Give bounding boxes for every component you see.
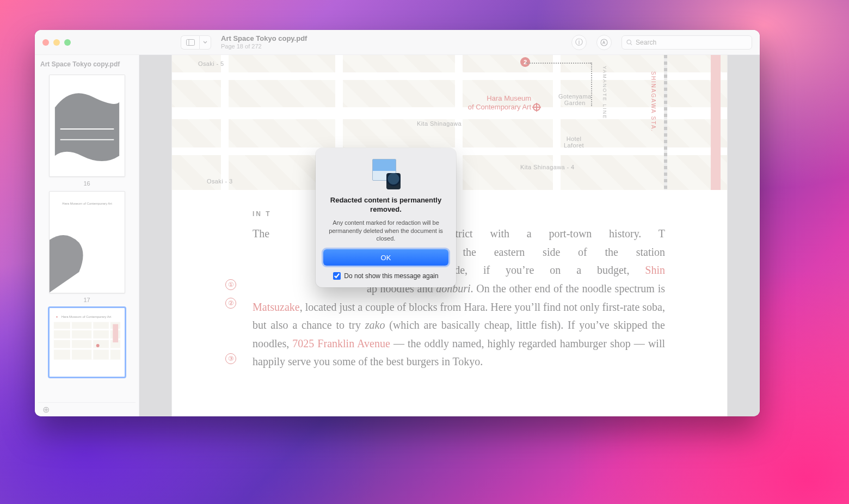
thumbnail-page-number: 17: [44, 297, 130, 303]
section-kicker: IN T: [253, 208, 665, 219]
ref-marker-2: ②: [225, 298, 236, 309]
thumbnail-page-17[interactable]: Hara Museum of Contemporary Art 17: [38, 188, 136, 304]
ref-marker-1: ①: [225, 279, 236, 290]
search-input[interactable]: [636, 39, 747, 46]
sidebar-toggle-menu[interactable]: [199, 35, 211, 50]
svg-point-13: [96, 344, 99, 347]
markup-icon: [600, 39, 608, 46]
map-label: Osaki - 5: [198, 60, 224, 67]
titlebar: Art Space Tokyo copy.pdf Page 18 of 272 …: [35, 30, 760, 55]
map-label: Kita Shinagawa - 4: [520, 164, 575, 170]
chevron-down-icon: [203, 41, 207, 44]
svg-rect-12: [113, 324, 118, 343]
page-indicator: Page 18 of 272: [221, 43, 307, 50]
map-label: Hotel Laforet: [564, 136, 584, 149]
add-page-button[interactable]: ⊕: [42, 404, 50, 415]
sidebar-view-toggle[interactable]: [181, 35, 211, 50]
map-marker-2: 2: [520, 57, 530, 67]
map-label: Gotenyama Garden: [558, 93, 591, 106]
markup-button[interactable]: [596, 35, 612, 50]
map-poi-hara: Hara Museum of Contemporary Art: [433, 94, 531, 111]
map-label: SHINAGAWA STA.: [650, 71, 656, 132]
link-matsuzake: Matsuzake: [253, 301, 300, 313]
svg-text:●: ●: [56, 315, 58, 318]
search-field[interactable]: [622, 35, 752, 50]
dialog-body: Any content marked for redaction will be…: [323, 219, 448, 250]
dont-show-again[interactable]: Do not show this message again: [323, 272, 448, 280]
map-label: Osaki - 3: [207, 178, 233, 185]
thumbnail-page-18[interactable]: ●Hara Museum of Contemporary Art: [38, 304, 136, 378]
window-controls: [42, 39, 71, 46]
thumbnail-page-number: 16: [44, 180, 130, 187]
minimize-window-button[interactable]: [53, 39, 60, 46]
info-icon: ⓘ: [575, 38, 583, 47]
map-label: YAMANOTE LINE: [602, 66, 607, 119]
redaction-alert-dialog: Redacted content is permanently removed.…: [316, 148, 456, 287]
svg-text:Hara Museum of Contemporary Ar: Hara Museum of Contemporary Art: [62, 202, 112, 205]
svg-line-4: [630, 43, 632, 45]
document-title-block: Art Space Tokyo copy.pdf Page 18 of 272: [221, 35, 307, 50]
thumbnail-page-16[interactable]: 16: [38, 71, 136, 188]
sidebar-toggle-button[interactable]: [181, 35, 199, 50]
preview-app-icon: [370, 158, 402, 189]
dont-show-again-label: Do not show this message again: [344, 272, 438, 280]
dialog-title: Redacted content is permanently removed.: [323, 196, 448, 214]
link-shin: Shin: [645, 264, 665, 276]
link-franklin: 7025 Franklin Avenue: [292, 337, 390, 349]
info-button[interactable]: ⓘ: [571, 35, 587, 50]
svg-text:Hara Museum of Contemporary Ar: Hara Museum of Contemporary Art: [61, 315, 111, 318]
svg-rect-0: [186, 39, 194, 45]
svg-point-3: [627, 40, 631, 44]
map-target-icon: [532, 103, 541, 112]
dont-show-again-checkbox[interactable]: [333, 272, 341, 280]
ref-marker-3: ③: [225, 353, 236, 364]
zoom-window-button[interactable]: [64, 39, 71, 46]
sidebar-title: Art Space Tokyo copy.pdf: [38, 58, 136, 71]
sidebar-footer: ⊕: [38, 402, 136, 416]
document-title: Art Space Tokyo copy.pdf: [221, 35, 307, 43]
search-icon: [626, 39, 632, 46]
thumbnail-sidebar: Art Space Tokyo copy.pdf 16 Hara Museum …: [35, 55, 139, 416]
article-paragraph: ① ② ③ The ess district with a port-town …: [253, 225, 665, 371]
ok-button[interactable]: OK: [323, 249, 448, 266]
close-window-button[interactable]: [42, 39, 49, 46]
map-label: Kita Shinagawa: [417, 120, 462, 127]
